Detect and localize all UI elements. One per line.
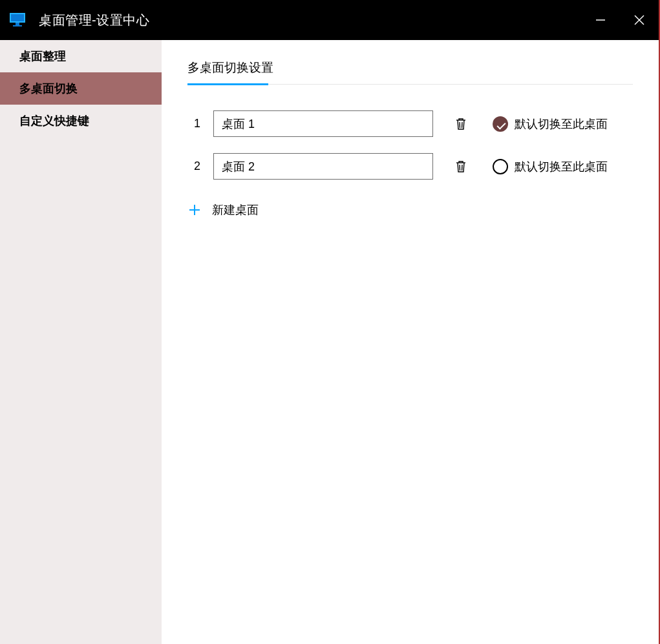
svg-line-9 bbox=[460, 165, 460, 171]
section-title: 多桌面切换设置 bbox=[187, 59, 633, 76]
titlebar: 桌面管理-设置中心 bbox=[0, 0, 659, 40]
sidebar-item-multi-desktop[interactable]: 多桌面切换 bbox=[0, 72, 162, 105]
close-icon bbox=[633, 14, 645, 26]
radio-unchecked-icon bbox=[493, 159, 508, 174]
trash-icon bbox=[454, 117, 467, 131]
sidebar-item-label: 桌面整理 bbox=[19, 48, 66, 64]
default-radio[interactable]: 默认切换至此桌面 bbox=[493, 116, 608, 132]
desktop-row: 1 默认切换至此桌面 bbox=[187, 110, 633, 137]
window-body: 桌面整理 多桌面切换 自定义快捷键 多桌面切换设置 1 bbox=[0, 40, 659, 644]
delete-button[interactable] bbox=[452, 158, 469, 175]
delete-button[interactable] bbox=[452, 116, 469, 132]
content-area: 多桌面切换设置 1 默认切换至此桌面 bbox=[162, 40, 659, 644]
radio-checked-icon bbox=[493, 116, 508, 132]
svg-rect-3 bbox=[13, 25, 22, 26]
desktop-row: 2 默认切换至此桌面 bbox=[187, 153, 633, 180]
app-window: 桌面管理-设置中心 桌面整理 多桌面切换 bbox=[0, 0, 660, 644]
desktop-name-input[interactable] bbox=[213, 110, 433, 137]
minimize-icon bbox=[595, 15, 606, 25]
svg-line-7 bbox=[460, 122, 460, 128]
sidebar-item-label: 多桌面切换 bbox=[19, 81, 78, 96]
app-icon bbox=[9, 11, 27, 29]
row-index: 1 bbox=[187, 117, 207, 130]
desktop-name-input[interactable] bbox=[213, 153, 433, 180]
section-divider bbox=[187, 84, 633, 85]
add-desktop-label: 新建桌面 bbox=[212, 202, 259, 218]
window-buttons bbox=[581, 0, 659, 40]
radio-label: 默认切换至此桌面 bbox=[515, 116, 608, 132]
close-button[interactable] bbox=[620, 0, 659, 40]
default-radio[interactable]: 默认切换至此桌面 bbox=[493, 159, 608, 174]
svg-rect-1 bbox=[11, 14, 24, 21]
sidebar: 桌面整理 多桌面切换 自定义快捷键 bbox=[0, 40, 162, 644]
svg-line-10 bbox=[462, 165, 463, 171]
sidebar-item-custom-hotkey[interactable]: 自定义快捷键 bbox=[0, 105, 162, 137]
add-desktop-button[interactable]: 新建桌面 bbox=[187, 202, 633, 218]
trash-icon bbox=[454, 160, 467, 174]
sidebar-item-desktop-tidy[interactable]: 桌面整理 bbox=[0, 40, 162, 72]
svg-line-8 bbox=[462, 122, 463, 128]
row-index: 2 bbox=[187, 160, 207, 173]
svg-rect-2 bbox=[16, 23, 19, 25]
plus-icon bbox=[187, 203, 202, 217]
window-title: 桌面管理-设置中心 bbox=[39, 12, 149, 29]
sidebar-item-label: 自定义快捷键 bbox=[19, 113, 89, 129]
minimize-button[interactable] bbox=[581, 0, 620, 40]
radio-label: 默认切换至此桌面 bbox=[515, 159, 608, 174]
